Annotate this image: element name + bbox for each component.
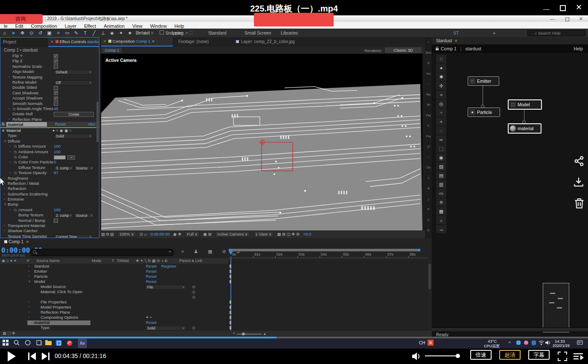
- expand-arrow-icon[interactable]: ›: [28, 274, 29, 279]
- panel-menu-icon[interactable]: ≡: [455, 38, 457, 43]
- zoom-tool-icon[interactable]: ⊙: [28, 29, 35, 37]
- particle-node-icon[interactable]: ●: [436, 64, 446, 73]
- ec-row-transparent-material[interactable]: ›Transparent Material: [0, 223, 99, 228]
- collapsed-panel-6[interactable]: W: [425, 100, 432, 111]
- ec-row-flip-z[interactable]: Flip Z✓: [0, 58, 99, 64]
- timeline-tab[interactable]: Comp 1 ≡: [0, 238, 29, 245]
- comp-bottom-resolution[interactable]: Full ∨: [185, 231, 200, 237]
- layer-row-type[interactable]: Type:Solid∨◎: [0, 325, 229, 330]
- ec-row-material[interactable]: ◉Material●○◉▣○: [0, 128, 99, 133]
- collapsed-panel-11[interactable]: ▫: [425, 152, 432, 163]
- ec-row-normalize-scale[interactable]: Normalize Scale: [0, 64, 99, 69]
- ec-row-accept-shadows[interactable]: Accept Shadows✓: [0, 96, 99, 101]
- comp-bottom-active-camera[interactable]: Active Camera ∨: [215, 231, 250, 237]
- playhead-line[interactable]: [230, 258, 231, 331]
- camera-tool-icon[interactable]: ▣: [46, 29, 52, 37]
- eraser-tool-icon[interactable]: ◈: [109, 29, 115, 37]
- ec-row-emissive[interactable]: ›Emissive: [0, 197, 99, 202]
- add-remove-buttons[interactable]: + −: [146, 315, 152, 320]
- ec-row-align-model[interactable]: Align Model:Default∨: [0, 69, 99, 74]
- tab-layer[interactable]: Layer: comp_22_b_color.jpg: [241, 39, 295, 44]
- dropdown-source[interactable]: Source∨: [74, 213, 94, 218]
- col-switch-icons[interactable]: ❖ ✦ ╲ fx ▦ ⊘ ◑ ⊕: [136, 258, 168, 264]
- workspace-standard[interactable]: Standard: [208, 29, 227, 37]
- expand-arrow-icon[interactable]: ›: [4, 223, 5, 228]
- notification-icon[interactable]: [577, 340, 583, 345]
- expand-arrow-icon[interactable]: ∨: [28, 320, 31, 325]
- ec-row-texture-opacity[interactable]: ›◷Texture Opacity87: [0, 170, 99, 175]
- stardust-help-link[interactable]: Help: [573, 44, 583, 53]
- reset-link[interactable]: Reset: [146, 269, 157, 274]
- expand-arrow-icon[interactable]: ›: [9, 170, 11, 175]
- property-value[interactable]: 87: [54, 170, 58, 175]
- field-node-icon[interactable]: ≈: [436, 90, 446, 99]
- renderer-value[interactable]: Classic 3D: [385, 47, 422, 53]
- expand-arrow-icon[interactable]: ›: [28, 264, 29, 269]
- expand-arrow-icon[interactable]: ›: [4, 192, 5, 197]
- workspace-st[interactable]: ST: [453, 29, 459, 37]
- layer-duration-bar[interactable]: [230, 326, 231, 329]
- layer-duration-bar[interactable]: [230, 280, 231, 283]
- ec-row-refraction[interactable]: ›Refraction: [0, 186, 99, 191]
- checkbox[interactable]: ✓: [54, 96, 58, 101]
- expand-arrow-icon[interactable]: ›: [28, 315, 29, 320]
- layer-duration-bar[interactable]: [230, 311, 231, 314]
- card-node-icon[interactable]: ▤: [436, 171, 446, 180]
- gear-icon[interactable]: ◎: [192, 289, 195, 294]
- fullscreen-icon[interactable]: [558, 352, 567, 361]
- collapsed-panel-13[interactable]: t: [425, 173, 432, 184]
- dropdown[interactable]: Default∨: [54, 70, 93, 75]
- stopwatch-icon[interactable]: ◷: [14, 154, 17, 160]
- ec-row-shadow-catcher[interactable]: ›Shadow Catcher: [0, 228, 99, 233]
- reset-link[interactable]: Reset: [146, 274, 157, 279]
- zoom-knob[interactable]: [242, 332, 245, 335]
- sparkle-node-icon[interactable]: ✦: [436, 108, 446, 117]
- selection-tool-icon[interactable]: ➤: [10, 29, 17, 37]
- workspace-small-screen[interactable]: Small Screen: [245, 29, 271, 37]
- expand-arrow-icon[interactable]: ›: [28, 310, 29, 315]
- tray-language[interactable]: CH: [419, 341, 425, 345]
- stardust-minimap[interactable]: [543, 283, 569, 332]
- plane-node-icon[interactable]: ▭: [436, 189, 446, 198]
- share-icon[interactable]: [574, 156, 584, 166]
- ec-row-normal-bump[interactable]: Normal / Bump: [0, 218, 99, 223]
- ec-row-ambient-amount[interactable]: ›◷Ambient Amount100: [0, 149, 99, 154]
- volume-node-icon[interactable]: ▲: [436, 216, 446, 225]
- burst-node-icon[interactable]: ✱: [436, 73, 446, 82]
- layer-row-model[interactable]: ∨ModelReset: [0, 279, 229, 284]
- work-area-bar[interactable]: [229, 249, 420, 251]
- playlist-icon[interactable]: [573, 352, 584, 360]
- tab-footage[interactable]: Footage: (none): [178, 39, 209, 44]
- puppet-tool-icon[interactable]: ★: [127, 29, 133, 37]
- maximize-icon[interactable]: [560, 5, 566, 12]
- property-value[interactable]: 100: [54, 207, 61, 213]
- comp-bottom-view-count[interactable]: 1 View ∨: [253, 231, 274, 237]
- ime-icon[interactable]: S: [428, 340, 434, 346]
- gear-icon[interactable]: ◎: [192, 294, 195, 300]
- comp-viewport[interactable]: Active Camera: [101, 54, 422, 230]
- ae-minimize-icon[interactable]: —: [550, 16, 555, 22]
- node-model[interactable]: ⬚ Model: [508, 99, 542, 110]
- dropdown-source[interactable]: Source∨: [74, 166, 94, 171]
- timeline-search-input[interactable]: [30, 249, 174, 256]
- stopwatch-icon[interactable]: ◷: [12, 106, 15, 111]
- tab-project[interactable]: Project: [3, 40, 16, 44]
- ec-row-smooth-normals[interactable]: Smooth Normals: [0, 101, 99, 106]
- volume-tray-icon[interactable]: [545, 340, 551, 345]
- eyedropper-button[interactable]: ⇒: [67, 155, 75, 160]
- clock-time[interactable]: 14:33: [555, 339, 565, 344]
- pan-behind-tool-icon[interactable]: ⌗: [55, 29, 61, 37]
- comp-mini-tab[interactable]: Comp 1: [102, 47, 122, 53]
- stamp-tool-icon[interactable]: ⊥: [100, 29, 106, 37]
- stopwatch-icon[interactable]: ◷: [14, 149, 17, 154]
- ec-scrollbar[interactable]: [96, 102, 99, 142]
- create-button[interactable]: Create: [54, 112, 94, 117]
- comp-bottom-camera-icons[interactable]: ◉ ❖: [173, 232, 181, 236]
- star-node-icon[interactable]: ✡: [436, 198, 446, 207]
- expand-arrow-icon[interactable]: ›: [4, 228, 5, 233]
- col-parent-link[interactable]: Parent & Link: [179, 258, 202, 264]
- collapsed-panel-10[interactable]: (2: [425, 142, 432, 152]
- timeline-scrollbar[interactable]: [428, 264, 431, 289]
- layer-row-stardust[interactable]: ›StardustResetRegister: [0, 264, 229, 269]
- ec-row-texture-time-sampler[interactable]: Texture Time SamplerCurrent Time∨: [0, 234, 99, 238]
